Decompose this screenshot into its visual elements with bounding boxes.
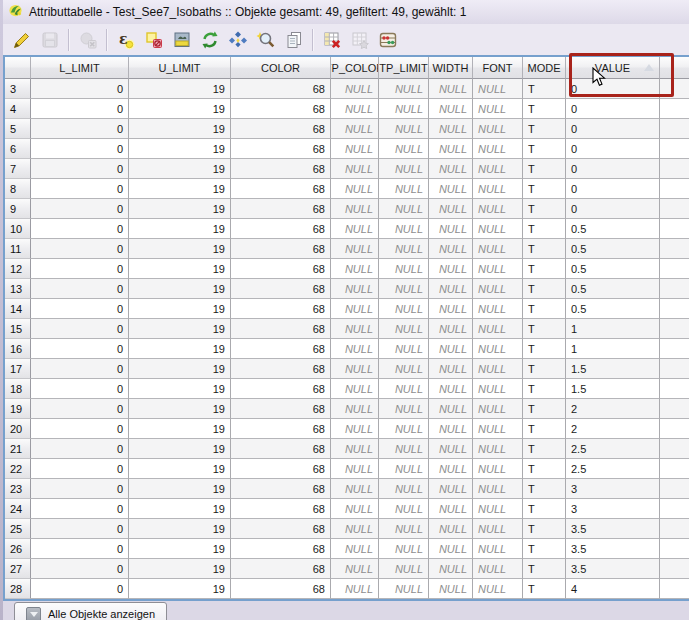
cell-color[interactable]: 68 — [231, 299, 331, 319]
cell-font[interactable]: NULL — [473, 359, 523, 379]
cell-tp_limit[interactable]: NULL — [379, 379, 429, 399]
cell-l_limit[interactable]: 0 — [31, 499, 129, 519]
cell-tp_limit[interactable]: NULL — [379, 139, 429, 159]
cell-l_limit[interactable]: 0 — [31, 199, 129, 219]
cell-width[interactable]: NULL — [429, 559, 473, 579]
cell-mode[interactable]: T — [523, 519, 566, 539]
cell-tp_limit[interactable]: NULL — [379, 79, 429, 99]
cell-value[interactable]: 0 — [566, 159, 660, 179]
row-header-cell[interactable]: 11 — [5, 239, 31, 259]
delete-selected-icon[interactable] — [74, 27, 102, 53]
cell-tp_color[interactable]: NULL — [331, 379, 379, 399]
cell-u_limit[interactable]: 19 — [129, 299, 231, 319]
row-header-cell[interactable]: 26 — [5, 539, 31, 559]
cell-font[interactable]: NULL — [473, 559, 523, 579]
cell-mode[interactable]: T — [523, 199, 566, 219]
cell-font[interactable]: NULL — [473, 299, 523, 319]
cell-font[interactable]: NULL — [473, 499, 523, 519]
cell-l_limit[interactable]: 0 — [31, 539, 129, 559]
cell-u_limit[interactable]: 19 — [129, 439, 231, 459]
cell-font[interactable]: NULL — [473, 259, 523, 279]
cell-l_limit[interactable]: 0 — [31, 179, 129, 199]
cell-u_limit[interactable]: 19 — [129, 259, 231, 279]
cell-l_limit[interactable]: 0 — [31, 239, 129, 259]
cell-font[interactable]: NULL — [473, 479, 523, 499]
cell-tp_limit[interactable]: NULL — [379, 179, 429, 199]
cell-l_limit[interactable]: 0 — [31, 559, 129, 579]
cell-mode[interactable]: T — [523, 379, 566, 399]
row-header-cell[interactable]: 14 — [5, 299, 31, 319]
cell-font[interactable]: NULL — [473, 439, 523, 459]
cell-value[interactable]: 0 — [566, 119, 660, 139]
cell-font[interactable]: NULL — [473, 319, 523, 339]
cell-l_limit[interactable]: 0 — [31, 139, 129, 159]
cell-mode[interactable]: T — [523, 79, 566, 99]
cell-width[interactable]: NULL — [429, 519, 473, 539]
cell-color[interactable]: 68 — [231, 99, 331, 119]
row-header-cell[interactable]: 13 — [5, 279, 31, 299]
row-header-cell[interactable]: 8 — [5, 179, 31, 199]
cell-tp_color[interactable]: NULL — [331, 299, 379, 319]
cell-tp_limit[interactable]: NULL — [379, 539, 429, 559]
cell-l_limit[interactable]: 0 — [31, 479, 129, 499]
cell-color[interactable]: 68 — [231, 139, 331, 159]
cell-color[interactable]: 68 — [231, 419, 331, 439]
cell-mode[interactable]: T — [523, 479, 566, 499]
cell-font[interactable]: NULL — [473, 79, 523, 99]
copy-rows-icon[interactable] — [280, 27, 308, 53]
cell-tp_limit[interactable]: NULL — [379, 219, 429, 239]
cell-u_limit[interactable]: 19 — [129, 139, 231, 159]
column-header-value[interactable]: VALUE — [566, 57, 660, 79]
cell-tp_color[interactable]: NULL — [331, 439, 379, 459]
cell-color[interactable]: 68 — [231, 359, 331, 379]
cell-l_limit[interactable]: 0 — [31, 419, 129, 439]
cell-width[interactable]: NULL — [429, 459, 473, 479]
cell-tp_color[interactable]: NULL — [331, 399, 379, 419]
cell-color[interactable]: 68 — [231, 339, 331, 359]
cell-width[interactable]: NULL — [429, 499, 473, 519]
row-header-cell[interactable]: 7 — [5, 159, 31, 179]
cell-width[interactable]: NULL — [429, 139, 473, 159]
cell-color[interactable]: 68 — [231, 119, 331, 139]
cell-value[interactable]: 0.5 — [566, 299, 660, 319]
cell-l_limit[interactable]: 0 — [31, 579, 129, 599]
column-header-width[interactable]: WIDTH — [429, 57, 473, 79]
cell-tp_limit[interactable]: NULL — [379, 579, 429, 599]
save-icon[interactable] — [36, 27, 64, 53]
cell-tp_color[interactable]: NULL — [331, 319, 379, 339]
row-header-cell[interactable]: 20 — [5, 419, 31, 439]
cell-mode[interactable]: T — [523, 359, 566, 379]
cell-font[interactable]: NULL — [473, 159, 523, 179]
cell-value[interactable]: 3.5 — [566, 519, 660, 539]
cell-font[interactable]: NULL — [473, 519, 523, 539]
cell-l_limit[interactable]: 0 — [31, 459, 129, 479]
cell-width[interactable]: NULL — [429, 479, 473, 499]
title-bar[interactable]: Attributtabelle - Test_See7_Isobaths :: … — [3, 0, 689, 24]
cell-value[interactable]: 0 — [566, 79, 660, 99]
column-header-u_limit[interactable]: U_LIMIT — [129, 57, 231, 79]
cell-l_limit[interactable]: 0 — [31, 339, 129, 359]
cell-tp_limit[interactable]: NULL — [379, 279, 429, 299]
cell-color[interactable]: 68 — [231, 519, 331, 539]
cell-l_limit[interactable]: 0 — [31, 439, 129, 459]
cell-tp_limit[interactable]: NULL — [379, 159, 429, 179]
cell-value[interactable]: 3 — [566, 479, 660, 499]
cell-value[interactable]: 0 — [566, 99, 660, 119]
cell-l_limit[interactable]: 0 — [31, 99, 129, 119]
cell-color[interactable]: 68 — [231, 179, 331, 199]
cell-u_limit[interactable]: 19 — [129, 199, 231, 219]
cell-font[interactable]: NULL — [473, 279, 523, 299]
cell-mode[interactable]: T — [523, 299, 566, 319]
cell-value[interactable]: 2 — [566, 399, 660, 419]
invert-selection-icon[interactable] — [196, 27, 224, 53]
cell-l_limit[interactable]: 0 — [31, 379, 129, 399]
cell-tp_color[interactable]: NULL — [331, 419, 379, 439]
cell-mode[interactable]: T — [523, 399, 566, 419]
cell-width[interactable]: NULL — [429, 539, 473, 559]
cell-tp_color[interactable]: NULL — [331, 579, 379, 599]
cell-l_limit[interactable]: 0 — [31, 259, 129, 279]
cell-tp_limit[interactable]: NULL — [379, 559, 429, 579]
cell-value[interactable]: 2 — [566, 419, 660, 439]
cell-width[interactable]: NULL — [429, 159, 473, 179]
cell-u_limit[interactable]: 19 — [129, 339, 231, 359]
